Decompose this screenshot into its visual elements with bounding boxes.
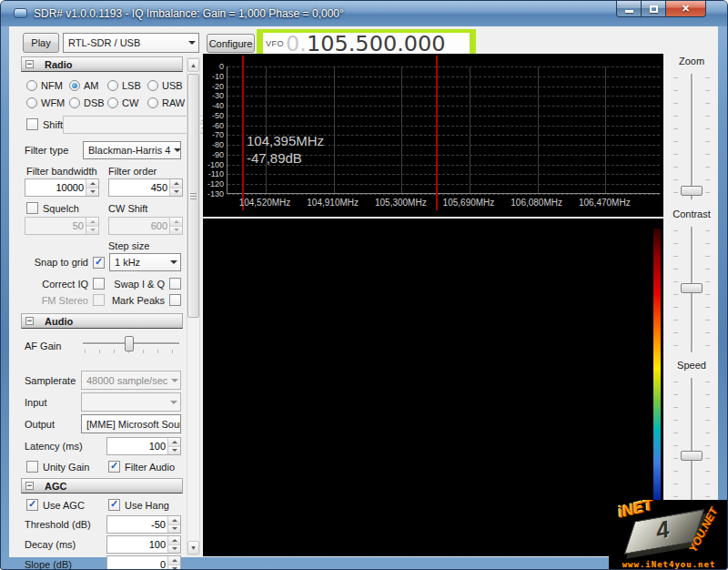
vfo-digits[interactable]: 0.105.500.000 <box>286 33 446 54</box>
maximize-button[interactable] <box>642 1 666 17</box>
slope-field[interactable] <box>106 555 181 570</box>
mode-radio-usb[interactable]: USB <box>147 78 188 92</box>
play-button[interactable]: Play <box>23 33 59 53</box>
zoom-slider-thumb[interactable] <box>681 186 703 196</box>
scroll-up-button[interactable]: ▲ <box>187 58 199 72</box>
output-select[interactable]: [MME] Microsoft Sound <box>81 414 181 433</box>
source-select[interactable]: RTL-SDR / USB <box>63 33 199 53</box>
spectrum-gridline-v <box>605 66 606 193</box>
spectrum-display[interactable]: 104,395MHz -47,89dB 0-10-20-30-40-50-60-… <box>203 54 663 217</box>
close-button[interactable]: ✕ <box>666 1 706 17</box>
shift-checkbox[interactable] <box>26 118 38 130</box>
slope-spinner[interactable] <box>167 556 180 570</box>
scrollbar-thumb[interactable] <box>187 74 199 318</box>
radio-icon <box>69 80 80 91</box>
latency-field[interactable] <box>106 437 181 455</box>
threshold-field[interactable] <box>106 515 181 534</box>
decay-input[interactable] <box>107 536 167 553</box>
collapse-icon[interactable]: − <box>25 317 34 325</box>
mark-peaks-checkbox[interactable] <box>169 294 181 306</box>
mode-radio-cw[interactable]: CW <box>107 96 147 109</box>
radio-icon <box>26 80 37 91</box>
mode-radio-lsb[interactable]: LSB <box>107 78 147 92</box>
snap-to-grid-checkbox[interactable] <box>93 257 105 269</box>
vfo-frequency-display[interactable]: VFO 0.105.500.000 <box>263 33 470 54</box>
swap-iq-checkbox[interactable] <box>169 278 181 290</box>
sidebar-scrollbar[interactable]: ▲ ▼ <box>187 57 200 555</box>
mode-radio-label: CW <box>122 97 138 108</box>
squelch-field[interactable] <box>25 217 99 235</box>
collapse-icon[interactable]: − <box>25 482 34 490</box>
squelch-spinner[interactable] <box>86 218 98 234</box>
contrast-slider-thumb[interactable] <box>681 283 703 293</box>
af-gain-slider[interactable] <box>81 336 181 356</box>
agc-panel-header[interactable]: − AGC <box>21 478 183 494</box>
squelch-checkbox[interactable] <box>26 202 38 214</box>
filter-order-input[interactable] <box>109 179 169 196</box>
decay-field[interactable] <box>106 535 181 554</box>
spectrum-gridline-h <box>228 106 660 107</box>
tuned-frequency-line[interactable] <box>436 56 438 210</box>
correct-iq-checkbox[interactable] <box>93 278 105 290</box>
use-agc-checkbox[interactable] <box>26 499 38 511</box>
use-hang-checkbox[interactable] <box>108 499 120 511</box>
titlebar[interactable]: SDR# v1.0.0.1193 - IQ Imbalance: Gain = … <box>1 1 727 26</box>
filter-order-field[interactable] <box>108 178 183 197</box>
spectrum-plot-area[interactable] <box>227 66 660 194</box>
db-axis-label: -110 <box>203 169 224 178</box>
threshold-input[interactable] <box>107 516 167 533</box>
step-size-select[interactable]: 1 kHz <box>109 253 181 271</box>
window-title: SDR# v1.0.0.1193 - IQ Imbalance: Gain = … <box>34 7 344 20</box>
mode-radio-am[interactable]: AM <box>69 78 107 92</box>
zoom-label: Zoom <box>665 56 718 66</box>
mode-radio-label: RAW <box>162 97 185 108</box>
mode-radio-wfm[interactable]: WFM <box>26 96 69 109</box>
mode-radio-raw[interactable]: RAW <box>147 96 188 109</box>
audio-panel-header[interactable]: − Audio <box>21 313 183 329</box>
collapse-icon[interactable]: − <box>25 60 34 68</box>
threshold-spinner[interactable] <box>167 516 180 533</box>
output-label: Output <box>25 419 81 430</box>
filter-order-spinner[interactable] <box>169 179 182 196</box>
speed-slider[interactable] <box>672 376 712 505</box>
input-select[interactable] <box>81 392 181 412</box>
mode-radio-dsb[interactable]: DSB <box>69 96 107 109</box>
spectrum-gridline-h <box>228 116 660 117</box>
fm-stereo-checkbox[interactable] <box>93 294 105 306</box>
unity-gain-checkbox[interactable] <box>26 461 38 473</box>
latency-input[interactable] <box>107 438 167 454</box>
spectrum-gridline-v <box>334 66 335 193</box>
filter-bandwidth-field[interactable] <box>25 178 99 197</box>
cw-shift-spinner[interactable] <box>169 218 182 234</box>
db-axis-label: -100 <box>203 160 224 169</box>
squelch-input[interactable] <box>25 218 86 234</box>
scroll-down-button[interactable]: ▼ <box>187 541 199 555</box>
filter-bandwidth-input[interactable] <box>25 179 86 196</box>
samplerate-select[interactable]: 48000 sample/sec <box>81 371 181 390</box>
slope-input[interactable] <box>107 556 167 570</box>
speed-slider-thumb[interactable] <box>681 451 703 461</box>
radio-icon <box>147 97 158 108</box>
mode-radio-label: NFM <box>41 80 63 91</box>
filter-audio-checkbox[interactable] <box>108 461 120 473</box>
filter-bandwidth-spinner[interactable] <box>86 179 98 196</box>
zoom-slider[interactable] <box>672 72 712 201</box>
chevron-down-icon <box>171 379 178 382</box>
radio-panel-header[interactable]: − Radio <box>21 56 183 72</box>
configure-button[interactable]: Configure <box>207 34 255 53</box>
mode-radio-nfm[interactable]: NFM <box>26 78 69 92</box>
cw-shift-field[interactable] <box>108 217 183 235</box>
latency-spinner[interactable] <box>167 438 180 454</box>
maximize-icon <box>650 5 658 13</box>
minimize-button[interactable] <box>616 1 642 17</box>
cw-shift-input[interactable] <box>109 218 169 234</box>
waterfall-display[interactable] <box>203 219 663 556</box>
spectrum-gridline-v <box>470 66 470 193</box>
frequency-axis-label: 104,520MHz <box>230 198 299 208</box>
filter-type-select[interactable]: Blackman-Harris 4 <box>83 141 181 159</box>
af-gain-slider-thumb[interactable] <box>125 336 134 351</box>
decay-spinner[interactable] <box>167 536 180 553</box>
contrast-slider[interactable] <box>672 225 712 354</box>
spectrum-gridline-v <box>266 66 267 193</box>
shift-input[interactable] <box>64 117 197 133</box>
